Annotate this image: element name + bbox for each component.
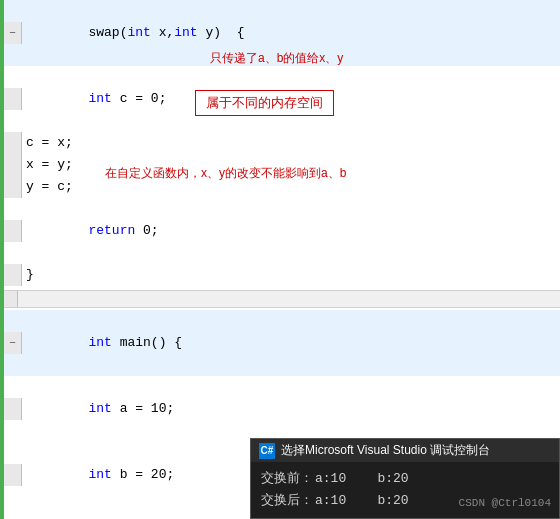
gutter-main-minus[interactable]: −: [4, 332, 22, 354]
before-label: 交换前：: [261, 468, 313, 490]
line-close-brace-1-content: }: [22, 264, 34, 286]
c-assign: c = 0;: [112, 91, 167, 106]
main-header-content: int main() {: [22, 310, 182, 376]
gutter-1: [4, 88, 22, 110]
gutter-5: [4, 220, 22, 242]
line-close-brace-1: }: [4, 264, 560, 286]
section-separator: [0, 290, 560, 308]
swap-function-section: − swap(int x,int y) { int c = 0; c = x; …: [0, 0, 560, 286]
line-int-a-content: int a = 10;: [22, 376, 174, 442]
return-val: 0;: [135, 223, 158, 238]
return-kw: return: [88, 223, 135, 238]
editor-area: − swap(int x,int y) { int c = 0; c = x; …: [0, 0, 560, 519]
space1: x,: [151, 25, 174, 40]
swap-keyword: swap: [88, 25, 119, 40]
console-line-2: 交换后： a:10 b:20 CSDN @Ctrl0104: [261, 490, 549, 512]
main-header-line: − int main() {: [4, 310, 560, 376]
annotation-note3: 在自定义函数内，x、y的改变不能影响到a、b: [105, 165, 346, 182]
gutter-m1: [4, 398, 22, 420]
annotation-box-note2: 属于不同的内存空间: [195, 90, 334, 116]
after-a: a:10: [315, 490, 346, 512]
line-int-a: int a = 10;: [4, 376, 560, 442]
before-a: a:10: [315, 468, 346, 490]
int-kw-x: int: [127, 25, 150, 40]
csdn-badge: CSDN @Ctrl0104: [459, 492, 551, 514]
gutter-6: [4, 264, 22, 286]
line-return-0: return 0;: [4, 198, 560, 264]
b-assign: b = 20;: [112, 467, 174, 482]
line-int-c-content: int c = 0;: [22, 66, 166, 132]
int-kw-main: int: [88, 335, 111, 350]
line-y-c-content: y = c;: [22, 176, 73, 198]
int-kw-a: int: [88, 401, 111, 416]
gutter-4: [4, 176, 22, 198]
space2: y) {: [198, 25, 245, 40]
a-assign: a = 10;: [112, 401, 174, 416]
after-label: 交换后：: [261, 490, 313, 512]
collapse-main-icon[interactable]: −: [9, 337, 16, 349]
line-return-0-content: return 0;: [22, 198, 159, 264]
after-b: b:20: [377, 490, 408, 512]
after-tab: [346, 490, 377, 512]
console-body: 交换前： a:10 b:20 交换后： a:10 b:20 CSDN @Ctrl…: [251, 462, 559, 518]
console-header: C# 选择Microsoft Visual Studio 调试控制台: [251, 439, 559, 462]
int-kw-y: int: [174, 25, 197, 40]
int-kw-c: int: [88, 91, 111, 106]
vs-icon: C#: [259, 443, 275, 459]
console-panel: C# 选择Microsoft Visual Studio 调试控制台 交换前： …: [250, 438, 560, 519]
before-tab: [346, 468, 377, 490]
collapse-icon[interactable]: −: [9, 27, 16, 39]
gutter-2: [4, 132, 22, 154]
line-c-x: c = x;: [4, 132, 560, 154]
line-c-x-content: c = x;: [22, 132, 73, 154]
annotation-note1: 只传递了a、b的值给x、y: [210, 50, 343, 67]
before-b: b:20: [377, 468, 408, 490]
console-line-1: 交换前： a:10 b:20: [261, 468, 549, 490]
main-sig: main() {: [112, 335, 182, 350]
gutter-m2: [4, 464, 22, 486]
line-int-b-content: int b = 20;: [22, 442, 174, 508]
gutter-3: [4, 154, 22, 176]
gutter-minus[interactable]: −: [4, 22, 22, 44]
int-kw-b: int: [88, 467, 111, 482]
console-title: 选择Microsoft Visual Studio 调试控制台: [281, 442, 490, 459]
line-x-y-content: x = y;: [22, 154, 73, 176]
